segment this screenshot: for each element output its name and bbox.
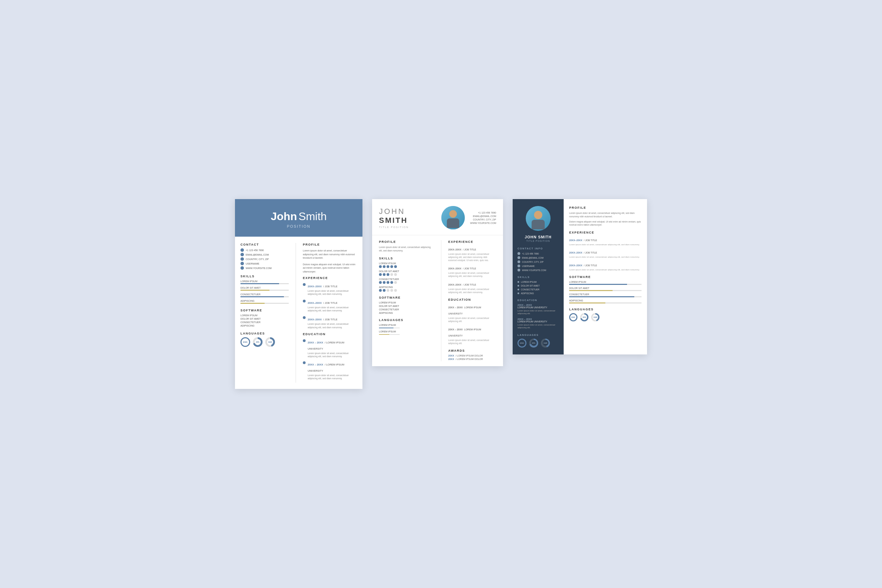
resume3: JOHN SMITH TITLE POSITION CONTACT INFO +… xyxy=(513,199,647,354)
r3-skill-2: DOLOR SIT AMET xyxy=(518,285,559,287)
edu-date-2: 20XX – 20XX xyxy=(308,363,323,366)
skill-item-4: ADIPISCING xyxy=(240,300,289,304)
resume3-avatar xyxy=(526,206,550,231)
skill-bar-2 xyxy=(240,290,289,291)
r2-award-1: 20XX / LOREM IPSUM DOLOR xyxy=(448,354,496,357)
r3-skill-1: LOREM IPSUM xyxy=(518,281,559,283)
r3-linkedin: USERNAME xyxy=(518,264,559,267)
r3m-sw-2: DOLOR SIT AMET xyxy=(569,287,642,291)
r2-edu-1: 20XX – 20XX LOREM IPSUM UNIVERSITY Lorem… xyxy=(448,303,496,323)
experience-title: EXPERIENCE xyxy=(303,276,357,280)
exp-dot-1 xyxy=(303,283,306,286)
skill-item-2: DOLOR SIT AMET xyxy=(240,286,289,291)
contact-phone: +1 123 456 7890 xyxy=(240,248,289,252)
r3m-lang-row: ENG SPA GER xyxy=(569,313,642,321)
contact-linkedin: USERNAME xyxy=(240,262,289,265)
skills-title: SKILLS xyxy=(240,274,289,278)
edu-desc-2: Lorem ipsum dolor sit amet, consectetuer… xyxy=(308,374,357,380)
skill-label-2: DOLOR SIT AMET xyxy=(240,286,289,289)
r3-lang-3: GER xyxy=(541,339,550,348)
exp-dot-2 xyxy=(303,300,306,303)
resume2: JOHN SMITH TITLE POSITION +1 123 456 789… xyxy=(372,199,503,366)
resume1-left: CONTACT +1 123 456 7890 EMAIL@EMAIL.COM … xyxy=(240,243,289,383)
resume2-left: PROFILE Lorem ipsum dolor sit amet, cons… xyxy=(379,240,434,362)
r3-phone: +1 123 456 7890 xyxy=(518,252,559,255)
edu-date-1: 20XX – 20XX xyxy=(308,341,323,344)
resume3-name: JOHN SMITH xyxy=(518,235,559,239)
exp-item-3: 20XX–20XX / JOB TITLE Lorem ipsum dolor … xyxy=(303,315,357,328)
resume1-firstname: John xyxy=(271,210,297,222)
skill-label-1: LOREM IPSUM xyxy=(240,280,289,282)
r3-lang-2: SPA xyxy=(529,339,538,348)
resume1: John Smith POSITION CONTACT +1 123 456 7… xyxy=(235,199,363,389)
avatar-body xyxy=(447,218,459,228)
r3-avatar-body xyxy=(532,220,545,230)
resume3-title: TITLE POSITION xyxy=(518,240,559,242)
r2-email: EMAIL@EMAIL.COM xyxy=(470,215,496,218)
r3-skill-3: CONSECTETUER xyxy=(518,288,559,291)
resume1-header: John Smith POSITION xyxy=(235,199,363,237)
r2-skills-title: SKILLS xyxy=(379,256,434,260)
r3-edu-2: 20XX – 20XX LOREM IPSUM UNIVERSITY Lorem… xyxy=(518,318,559,329)
r2-dots-3 xyxy=(379,281,434,284)
email-icon xyxy=(240,253,244,256)
resumes-container: John Smith POSITION CONTACT +1 123 456 7… xyxy=(235,199,647,389)
r2-exp-2: 20XX–20XX / JOB TITLE Lorem ipsum dolor … xyxy=(448,264,496,278)
contact-title: CONTACT xyxy=(240,243,289,246)
education-title: EDUCATION xyxy=(303,332,357,336)
r3-website: WWW.YOURSITE.COM xyxy=(518,268,559,272)
exp-job-2: / JOB TITLE xyxy=(323,302,337,304)
resume2-avatar xyxy=(441,206,465,230)
lang-circles: ENG SPA GER xyxy=(240,337,289,347)
r2-lang-title: LANGUAGES xyxy=(379,318,434,322)
r2-sw-3: CONSECTETUER xyxy=(379,308,434,311)
resume2-right: EXPERIENCE 20XX–20XX / JOB TITLE Lorem i… xyxy=(448,240,496,362)
lang-3: GER xyxy=(265,337,275,347)
r2-dots-2 xyxy=(379,273,434,276)
r3-contact-title: CONTACT INFO xyxy=(518,247,559,250)
r2-lang-label-2: LOREM IPSUM xyxy=(379,330,434,333)
skill-label-3: CONSECTETUER xyxy=(240,293,289,296)
r3m-lang-2: SPA xyxy=(580,313,588,321)
lang-1: ENG xyxy=(240,337,250,347)
r3m-sw-4: ADIPISCING xyxy=(569,299,642,303)
exp-item-1: 20XX–20XX / JOB TITLE Lorem ipsum dolor … xyxy=(303,282,357,296)
r2-awards-title: AWARDS xyxy=(448,349,496,352)
r1-divider xyxy=(296,243,296,383)
skill-bar-1 xyxy=(240,283,289,284)
software-item-1: LOREM IPSUM xyxy=(240,314,289,316)
r3-location-icon xyxy=(518,260,520,263)
exp-desc-1: Lorem ipsum dolor sit amet, consectetuer… xyxy=(308,290,357,296)
website-icon xyxy=(240,266,244,270)
lang-2: SPA xyxy=(253,337,262,347)
profile-title: PROFILE xyxy=(303,243,357,246)
r2-skill-3: CONSECTETUER xyxy=(379,278,434,284)
resume1-lastname: Smith xyxy=(299,210,327,222)
r2-dots-1 xyxy=(379,265,434,268)
r3m-lang-3: GER xyxy=(591,313,600,321)
resume1-position: POSITION xyxy=(243,224,354,228)
resume3-sidebar: JOHN SMITH TITLE POSITION CONTACT INFO +… xyxy=(513,199,564,354)
r2-skill-label-2: DOLOR SIT AMET xyxy=(379,270,434,273)
lang-ring-2: SPA xyxy=(253,337,262,347)
r2-profile-title: PROFILE xyxy=(379,240,434,243)
r3-email-icon xyxy=(518,256,520,259)
r2-skill-label-1: LOREM IPSUM xyxy=(379,262,434,264)
software-item-4: ADIPISCING xyxy=(240,324,289,327)
r2-sw-1: LOREM IPSUM xyxy=(379,302,434,304)
resume1-name: John Smith xyxy=(243,210,354,223)
r2-exp-3: 20XX–20XX / JOB TITLE Lorem ipsum dolor … xyxy=(448,281,496,294)
resume3-main: PROFILE Lorem ipsum dolor sit amet, cons… xyxy=(564,199,647,354)
r2-software-title: SOFTWARE xyxy=(379,296,434,299)
r2-location: COUNTRY, CITY, ZIP xyxy=(470,218,496,221)
r2-skill-4: ADIPISCING xyxy=(379,286,434,292)
r3m-lang-1: ENG xyxy=(569,313,578,321)
exp-desc-2: Lorem ipsum dolor sit amet, consectetuer… xyxy=(308,306,357,312)
exp-desc-3: Lorem ipsum dolor sit amet, consectetuer… xyxy=(308,322,357,328)
r3-location: COUNTRY, CITY, ZIP xyxy=(518,260,559,263)
r3m-sw-title: SOFTWARE xyxy=(569,275,642,279)
resume1-body: CONTACT +1 123 456 7890 EMAIL@EMAIL.COM … xyxy=(235,237,363,389)
exp-date-1: 20XX–20XX xyxy=(308,285,322,288)
resume2-smith: SMITH xyxy=(379,216,436,225)
resume2-contact: +1 123 456 7890 EMAIL@EMAIL.COM COUNTRY,… xyxy=(470,212,496,224)
